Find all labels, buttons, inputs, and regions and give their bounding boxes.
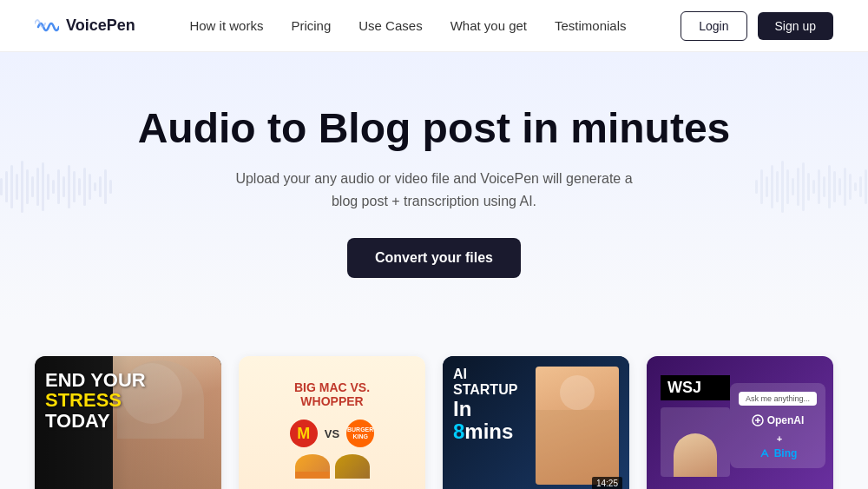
thumb2-bg: BIG MAC VS.WHOPPER M VS BURGER KING: [239, 356, 425, 489]
thumb4-bg: WSJ Ask me anything... OpenAI +: [647, 356, 833, 489]
cards-grid: END YOURSTRESSTODAY ▶ 0:00 / 0:00 🔊: [35, 356, 833, 489]
svg-rect-22: [755, 180, 758, 194]
thumb4-right: Ask me anything... OpenAI + Bing: [730, 383, 825, 468]
login-button[interactable]: Login: [681, 11, 746, 41]
hero-subtext: Upload your any audio or video file and …: [226, 168, 642, 212]
thumb4-left: WSJ: [661, 375, 730, 477]
svg-rect-26: [776, 171, 779, 202]
svg-rect-24: [766, 176, 768, 197]
thumb3-bg: AI STARTUPIn 8mins 14:25: [443, 356, 629, 489]
svg-rect-18: [94, 182, 96, 191]
svg-rect-8: [42, 162, 44, 211]
svg-rect-41: [854, 182, 857, 191]
svg-rect-29: [792, 178, 794, 195]
thumbnail-burger: BIG MAC VS.WHOPPER M VS BURGER KING: [239, 356, 425, 489]
waveform-right: [755, 152, 868, 221]
card-burger: BIG MAC VS.WHOPPER M VS BURGER KING: [239, 356, 425, 489]
svg-rect-33: [812, 180, 815, 194]
convert-button[interactable]: Convert your files: [347, 238, 521, 278]
svg-rect-38: [838, 178, 841, 195]
svg-rect-15: [78, 178, 81, 195]
svg-rect-14: [73, 171, 76, 202]
svg-rect-23: [760, 169, 763, 204]
svg-rect-4: [21, 161, 23, 213]
svg-rect-43: [865, 169, 867, 204]
svg-rect-25: [771, 165, 773, 208]
svg-rect-1: [5, 171, 8, 202]
thumbnail-stress: END YOURSTRESSTODAY: [35, 356, 221, 489]
nav-what-you-get[interactable]: What you get: [450, 18, 527, 33]
nav-how-it-works[interactable]: How it works: [189, 18, 263, 33]
svg-rect-10: [52, 180, 55, 194]
thumbnail-openai-bing: WSJ Ask me anything... OpenAI +: [647, 356, 833, 489]
svg-rect-17: [89, 174, 91, 200]
nav-actions: Login Sign up: [681, 11, 833, 41]
svg-rect-9: [47, 174, 49, 200]
svg-rect-12: [62, 176, 65, 197]
svg-rect-16: [83, 168, 86, 206]
nav-use-cases[interactable]: Use Cases: [358, 18, 422, 33]
svg-rect-31: [802, 162, 805, 211]
svg-rect-7: [36, 168, 39, 206]
waveform-left: [0, 152, 113, 221]
svg-rect-42: [859, 176, 862, 197]
svg-rect-40: [849, 174, 852, 200]
svg-rect-0: [0, 178, 3, 195]
card-ai-startup: AI STARTUPIn 8mins 14:25 ▶ 0:00 / 0:00 🔊: [443, 356, 629, 489]
card-stress: END YOURSTRESSTODAY ▶ 0:00 / 0:00 🔊: [35, 356, 221, 489]
svg-rect-19: [99, 176, 102, 197]
navbar: VoicePen How it works Pricing Use Cases …: [0, 0, 868, 52]
svg-rect-13: [68, 165, 70, 208]
thumbnail-ai-startup: AI STARTUPIn 8mins 14:25: [443, 356, 629, 489]
nav-links: How it works Pricing Use Cases What you …: [189, 18, 626, 34]
svg-rect-2: [10, 165, 13, 208]
svg-rect-20: [104, 169, 107, 204]
svg-rect-6: [31, 176, 34, 197]
svg-rect-36: [828, 165, 831, 208]
svg-rect-28: [786, 169, 789, 204]
logo-text: VoicePen: [66, 17, 135, 35]
svg-rect-11: [57, 169, 60, 204]
svg-rect-34: [818, 169, 820, 204]
svg-rect-3: [16, 174, 18, 200]
hero-headline: Audio to Blog post in minutes: [17, 104, 851, 152]
card-openai-bing: WSJ Ask me anything... OpenAI +: [647, 356, 833, 489]
signup-button[interactable]: Sign up: [758, 12, 833, 40]
svg-rect-30: [797, 168, 799, 206]
svg-rect-32: [807, 173, 810, 201]
svg-rect-37: [833, 171, 836, 202]
svg-rect-27: [781, 161, 784, 213]
cards-section: END YOURSTRESSTODAY ▶ 0:00 / 0:00 🔊: [0, 321, 868, 489]
nav-testimonials[interactable]: Testimonials: [555, 18, 627, 33]
svg-rect-35: [823, 176, 825, 197]
svg-rect-21: [109, 180, 112, 194]
svg-rect-39: [844, 168, 846, 206]
logo[interactable]: VoicePen: [35, 11, 135, 40]
svg-rect-5: [26, 169, 29, 204]
nav-pricing[interactable]: Pricing: [291, 18, 331, 33]
logo-icon: [35, 11, 59, 40]
hero-section: Audio to Blog post in minutes Upload you…: [0, 52, 868, 321]
